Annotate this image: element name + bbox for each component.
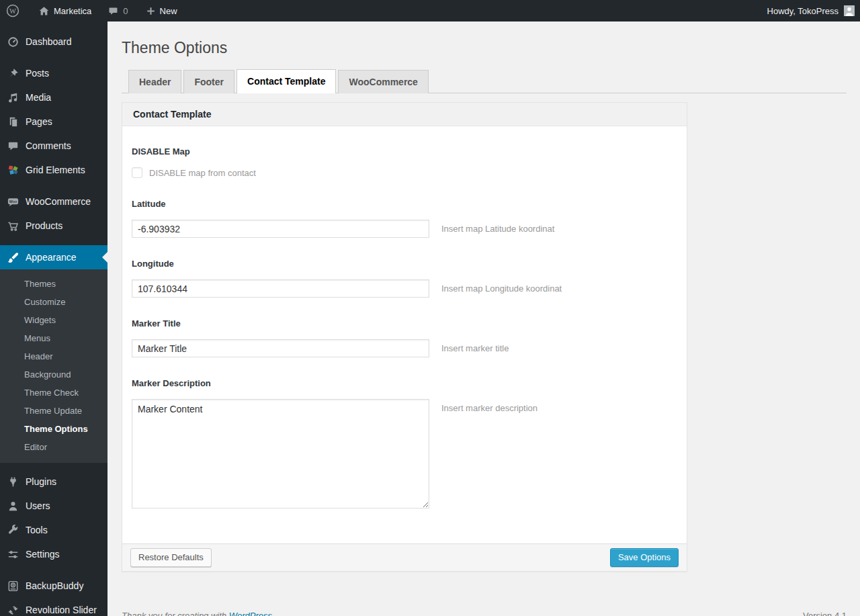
tab-bar: Header Footer Contact Template WooCommer… [122,69,847,93]
contact-template-panel: Contact Template DISABLE Map DISABLE map… [122,102,687,572]
site-name: Marketica [54,6,91,16]
pages-icon [6,115,19,128]
menu-separator [0,182,108,189]
pinwheel-color-icon [6,163,19,177]
sidebar-item-products[interactable]: Products [0,214,108,238]
submenu-item-editor[interactable]: Editor [0,438,108,456]
disable-map-field: DISABLE Map DISABLE map from contact [132,146,677,178]
latitude-hint: Insert map Latitude koordinat [441,220,554,234]
avatar [844,5,855,16]
tab-header[interactable]: Header [128,70,181,93]
footer-version: Version 4.1 [803,611,847,616]
latitude-input[interactable] [132,220,429,238]
sidebar-item-dashboard[interactable]: Dashboard [0,30,108,54]
pushpin-icon [6,67,19,80]
panel-heading: Contact Template [122,103,687,126]
admin-bar: W Marketica 0 New Howdy, TokoPress [0,0,860,21]
restore-defaults-button[interactable]: Restore Defaults [130,548,212,567]
site-name-link[interactable]: Marketica [32,0,97,21]
sidebar-item-grid-elements[interactable]: Grid Elements [0,158,108,182]
svg-text:Woo: Woo [9,200,17,204]
admin-sidebar: Dashboard Posts Media Pages Comments Gri… [0,21,108,616]
comments-shortcut[interactable]: 0 [101,0,134,21]
wordpress-logo-menu[interactable]: W [0,0,26,21]
cart-icon [6,219,19,232]
new-content-menu[interactable]: New [140,0,183,21]
marker-description-textarea[interactable]: Marker Content [132,399,429,509]
footer-thanks: Thank you for creating with WordPress. [122,611,275,616]
sidebar-item-pages[interactable]: Pages [0,109,108,134]
submenu-item-customize[interactable]: Customize [0,293,108,311]
marker-title-hint: Insert marker title [441,339,509,353]
comments-count: 0 [123,6,128,16]
dashboard-gauge-icon [6,35,19,48]
sidebar-item-posts[interactable]: Posts [0,61,108,85]
longitude-input[interactable] [132,279,429,298]
panel-footer: Restore Defaults Save Options [122,543,687,571]
submenu-item-themes[interactable]: Themes [0,275,108,293]
svg-text:W: W [9,7,16,15]
sidebar-item-backupbuddy[interactable]: BackupBuddy [0,574,108,598]
sidebar-item-media[interactable]: Media [0,85,108,109]
woo-badge-icon: Woo [6,195,19,208]
wordpress-link[interactable]: WordPress [229,611,272,616]
circular-arrows-icon [6,603,19,616]
comment-bubble-icon [6,139,19,152]
sliders-icon [6,547,19,561]
longitude-label: Longitude [132,259,677,269]
marker-description-field: Marker Description Marker Content Insert… [132,378,677,509]
submenu-item-menus[interactable]: Menus [0,329,108,347]
account-menu[interactable]: Howdy, TokoPress [767,0,860,21]
panel-body: DISABLE Map DISABLE map from contact Lat… [122,126,687,543]
backup-drive-icon [6,579,19,592]
appearance-submenu: Themes Customize Widgets Menus Header Ba… [0,269,108,463]
wrench-icon [6,523,19,537]
disable-map-checkbox[interactable] [132,167,142,178]
marker-description-hint: Insert marker description [441,399,538,413]
home-icon [38,5,50,17]
disable-map-label: DISABLE Map [132,146,677,157]
menu-separator [0,238,108,245]
latitude-label: Latitude [132,199,677,209]
plug-icon [6,475,19,488]
main-content: Theme Options Header Footer Contact Temp… [108,21,860,616]
submenu-item-theme-options[interactable]: Theme Options [0,420,108,438]
person-icon [6,499,19,513]
sidebar-item-comments[interactable]: Comments [0,134,108,158]
tab-footer[interactable]: Footer [183,70,234,93]
new-label: New [160,6,177,16]
sidebar-item-tools[interactable]: Tools [0,518,108,542]
sidebar-item-revolution-slider[interactable]: Revolution Slider [0,598,108,616]
sidebar-item-woocommerce[interactable]: Woo WooCommerce [0,189,108,214]
tab-woocommerce[interactable]: WooCommerce [338,70,428,93]
disable-map-checkbox-label: DISABLE map from contact [149,168,256,178]
sidebar-item-users[interactable]: Users [0,494,108,518]
tab-contact-template[interactable]: Contact Template [236,69,336,93]
plus-icon [146,6,156,16]
page-title: Theme Options [122,36,847,58]
submenu-item-widgets[interactable]: Widgets [0,311,108,329]
submenu-item-background[interactable]: Background [0,365,108,384]
paintbrush-icon [6,251,19,264]
wordpress-logo-icon: W [6,4,19,17]
submenu-item-theme-update[interactable]: Theme Update [0,402,108,420]
admin-footer: Thank you for creating with WordPress. V… [122,611,847,616]
longitude-field: Longitude Insert map Longitude koordinat [132,259,677,298]
menu-separator [0,566,108,574]
longitude-hint: Insert map Longitude koordinat [441,279,562,294]
submenu-item-theme-check[interactable]: Theme Check [0,384,108,402]
menu-separator [0,54,108,61]
sidebar-item-settings[interactable]: Settings [0,542,108,566]
marker-title-label: Marker Title [132,318,677,328]
sidebar-item-appearance[interactable]: Appearance [0,245,108,269]
save-options-button[interactable]: Save Options [610,548,679,567]
howdy-text: Howdy, TokoPress [767,6,838,16]
submenu-item-header[interactable]: Header [0,347,108,365]
music-note-icon [6,91,19,104]
comment-bubble-icon [108,5,119,17]
sidebar-item-plugins[interactable]: Plugins [0,470,108,494]
marker-description-label: Marker Description [132,378,677,388]
latitude-field: Latitude Insert map Latitude koordinat [132,199,677,238]
marker-title-field: Marker Title Insert marker title [132,318,677,357]
marker-title-input[interactable] [132,339,429,357]
